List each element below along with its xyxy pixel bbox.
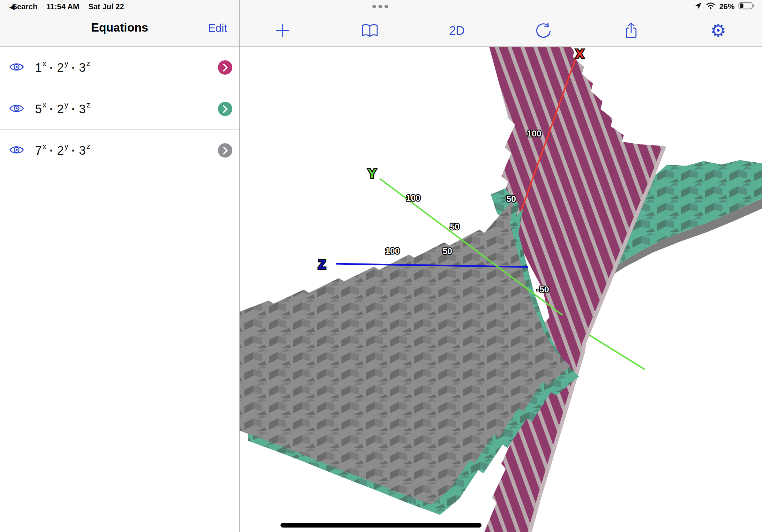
sidebar-header: Equations Edit [0,13,239,46]
equation-detail-chevron[interactable] [218,143,232,158]
gear-icon: ⚙ [710,22,726,39]
app-window: ◀ Search 11:54 AM Sat Jul 22 26% [0,0,762,532]
battery-percent: 26% [719,2,734,11]
status-bar-left: ◀ Search 11:54 AM Sat Jul 22 [10,0,124,13]
equation-row[interactable]: 5x·2y·3z [0,88,239,130]
multitask-dots-icon[interactable] [372,5,388,8]
status-bar-right: 26% [694,0,755,13]
plot-canvas: 1005010050-5010050XYZ [240,47,762,532]
share-button[interactable] [621,20,642,41]
axis-tick-label: -50 [536,285,549,295]
axis-tick-label: 100 [385,246,400,256]
back-label: Search [12,2,37,11]
axis-tick-label: 100 [406,193,420,203]
equation-detail-chevron[interactable] [218,102,232,116]
library-button[interactable] [359,20,380,41]
edit-button[interactable]: Edit [208,22,227,34]
axis-letter-label: Y [368,166,377,180]
status-date: Sat Jul 22 [88,2,124,11]
equation-expression: 7x·2y·3z [35,143,90,158]
toggle-2d-button[interactable]: 2D [446,20,468,41]
axis-tick-label: 50 [506,194,516,204]
battery-icon [738,2,755,12]
equation-row[interactable]: 7x·2y·3z [0,130,239,171]
equation-detail-chevron[interactable] [218,60,232,75]
equation-row[interactable]: 1x·2y·3z [0,47,239,88]
status-time: 11:54 AM [46,2,79,11]
equation-expression: 1x·2y·3z [35,60,90,75]
axis-letter-label: X [575,47,584,61]
equation-expression: 5x·2y·3z [35,102,90,116]
wifi-icon [706,2,716,12]
back-arrow-icon: ◀ [10,3,14,11]
axis-tick-label: 100 [527,129,541,138]
equation-list: 1x·2y·3z 5x·2y·3z [0,47,239,171]
page-title: Equations [0,21,239,34]
home-indicator[interactable] [280,523,482,528]
location-arrow-icon [694,2,702,12]
plot-3d-view[interactable]: 1005010050-5010050XYZ [240,47,762,532]
back-to-search-link[interactable]: ◀ Search [10,2,37,11]
reset-rotation-button[interactable] [534,20,555,41]
visibility-eye-icon[interactable] [9,145,24,156]
y-axis-line-far [589,335,645,369]
settings-button[interactable]: ⚙ [708,20,729,41]
axis-letter-label: Z [318,257,326,271]
axis-tick-label: 50 [443,246,452,256]
visibility-eye-icon[interactable] [9,62,24,73]
top-chrome: ◀ Search 11:54 AM Sat Jul 22 26% [0,0,762,46]
axis-tick-label: 50 [450,222,460,232]
add-equation-button[interactable] [272,20,293,41]
visibility-eye-icon[interactable] [9,103,24,115]
